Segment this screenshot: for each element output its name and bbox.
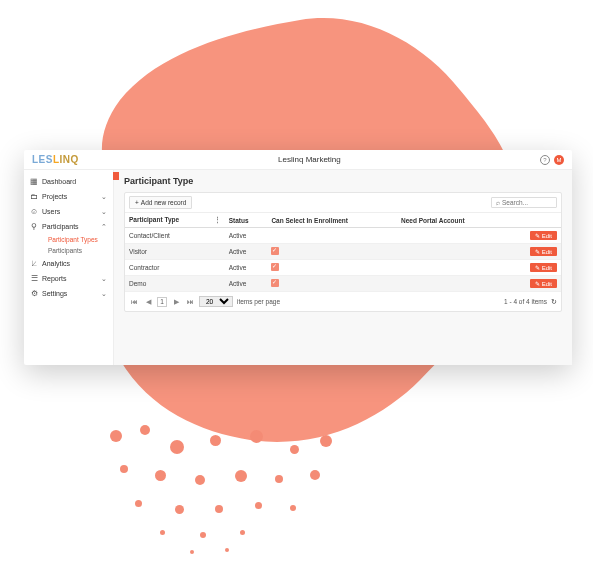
column-menu-icon[interactable]: ⋮ — [214, 216, 221, 224]
sidebar-submenu-participants: Participant Types Participants — [24, 234, 113, 256]
table-toolbar: + Add new record ⌕ — [125, 193, 561, 213]
cell-enroll — [267, 244, 397, 260]
help-icon[interactable]: ? — [540, 155, 550, 165]
notification-badge — [113, 172, 119, 180]
data-card: + Add new record ⌕ Participant Type ⋮ — [124, 192, 562, 312]
cell-enroll — [267, 276, 397, 292]
sidebar-item-label: Projects — [42, 193, 101, 200]
sidebar-item-label: Participants — [42, 223, 101, 230]
sidebar-item-participants[interactable]: ⚲ Participants ⌃ — [24, 219, 113, 234]
cell-status: Active — [225, 276, 268, 292]
pager-summary: 1 - 4 of 4 items — [504, 298, 547, 305]
dashboard-icon: ▦ — [30, 177, 38, 186]
pager-prev-button[interactable]: ◀ — [143, 297, 153, 307]
edit-button[interactable]: ✎Edit — [530, 263, 557, 272]
col-status[interactable]: Status — [225, 213, 268, 228]
topbar-actions: ? M — [540, 155, 564, 165]
pager-next-button[interactable]: ▶ — [171, 297, 181, 307]
page-title: Participant Type — [124, 176, 562, 186]
sidebar-item-settings[interactable]: ⚙ Settings ⌄ — [24, 286, 113, 301]
cell-status: Active — [225, 244, 268, 260]
chevron-down-icon: ⌄ — [101, 275, 107, 283]
table-row: ContractorActive✎Edit — [125, 260, 561, 276]
report-icon: ☰ — [30, 274, 38, 283]
table-row: VisitorActive✎Edit — [125, 244, 561, 260]
decorative-dots — [100, 420, 380, 560]
sidebar-item-reports[interactable]: ☰ Reports ⌄ — [24, 271, 113, 286]
checked-icon — [271, 247, 279, 255]
sidebar-subitem-participants[interactable]: Participants — [42, 245, 113, 256]
pager-label: items per page — [237, 298, 280, 305]
sidebar-item-dashboard[interactable]: ▦ Dashboard — [24, 174, 113, 189]
checked-icon — [271, 263, 279, 271]
cell-portal — [397, 276, 507, 292]
chevron-down-icon: ⌄ — [101, 193, 107, 201]
cell-name: Contractor — [125, 260, 225, 276]
checked-icon — [271, 279, 279, 287]
cell-status: Active — [225, 228, 268, 244]
plus-icon: + — [135, 199, 139, 206]
pager-last-button[interactable]: ⏭ — [185, 297, 195, 307]
sidebar-item-projects[interactable]: 🗀 Projects ⌄ — [24, 189, 113, 204]
cell-name: Contact/Client — [125, 228, 225, 244]
sidebar-item-label: Analytics — [42, 260, 107, 267]
table-row: Contact/ClientActive✎Edit — [125, 228, 561, 244]
sidebar-item-label: Reports — [42, 275, 101, 282]
chevron-down-icon: ⌄ — [101, 290, 107, 298]
edit-button[interactable]: ✎Edit — [530, 231, 557, 240]
search-input[interactable] — [502, 199, 552, 206]
folder-icon: 🗀 — [30, 192, 38, 201]
gear-icon: ⚙ — [30, 289, 38, 298]
pager: ⏮ ◀ 1 ▶ ⏭ 20 items per page 1 - 4 of 4 i… — [125, 292, 561, 311]
cell-actions: ✎Edit — [507, 244, 561, 260]
cell-enroll — [267, 228, 397, 244]
cell-portal — [397, 228, 507, 244]
refresh-icon[interactable]: ↻ — [551, 298, 557, 306]
chevron-down-icon: ⌄ — [101, 208, 107, 216]
col-enrollment[interactable]: Can Select In Enrollment — [267, 213, 397, 228]
pencil-icon: ✎ — [535, 264, 540, 271]
cell-portal — [397, 244, 507, 260]
edit-button[interactable]: ✎Edit — [530, 279, 557, 288]
pager-current-page[interactable]: 1 — [157, 297, 167, 307]
pencil-icon: ✎ — [535, 248, 540, 255]
sidebar-item-users[interactable]: ☺ Users ⌄ — [24, 204, 113, 219]
cell-actions: ✎Edit — [507, 228, 561, 244]
table-row: DemoActive✎Edit — [125, 276, 561, 292]
search-icon: ⌕ — [496, 199, 500, 206]
sidebar: ▦ Dashboard 🗀 Projects ⌄ ☺ Users ⌄ ⚲ Par… — [24, 170, 114, 365]
sidebar-item-label: Settings — [42, 290, 101, 297]
pager-first-button[interactable]: ⏮ — [129, 297, 139, 307]
col-participant-type[interactable]: Participant Type ⋮ — [125, 213, 225, 228]
main-content: Participant Type + Add new record ⌕ — [114, 170, 572, 365]
chart-icon: ⟀ — [30, 259, 38, 268]
pencil-icon: ✎ — [535, 232, 540, 239]
page-header-title: Leslinq Marketing — [79, 155, 540, 164]
cell-enroll — [267, 260, 397, 276]
cell-status: Active — [225, 260, 268, 276]
participants-icon: ⚲ — [30, 222, 38, 231]
add-record-button[interactable]: + Add new record — [129, 196, 192, 209]
avatar[interactable]: M — [554, 155, 564, 165]
edit-button[interactable]: ✎Edit — [530, 247, 557, 256]
cell-actions: ✎Edit — [507, 260, 561, 276]
cell-name: Demo — [125, 276, 225, 292]
sidebar-item-analytics[interactable]: ⟀ Analytics — [24, 256, 113, 271]
user-icon: ☺ — [30, 207, 38, 216]
sidebar-item-label: Users — [42, 208, 101, 215]
search-wrap: ⌕ — [491, 197, 557, 208]
col-portal[interactable]: Need Portal Account — [397, 213, 507, 228]
chevron-up-icon: ⌃ — [101, 223, 107, 231]
page-size-select[interactable]: 20 — [199, 296, 233, 307]
pencil-icon: ✎ — [535, 280, 540, 287]
sidebar-subitem-participant-types[interactable]: Participant Types — [42, 234, 113, 245]
logo: LESLINQ — [32, 154, 79, 165]
topbar: LESLINQ Leslinq Marketing ? M — [24, 150, 572, 170]
sidebar-item-label: Dashboard — [42, 178, 107, 185]
cell-name: Visitor — [125, 244, 225, 260]
participant-type-table: Participant Type ⋮ Status Can Select In … — [125, 213, 561, 292]
col-actions — [507, 213, 561, 228]
app-window: LESLINQ Leslinq Marketing ? M ▦ Dashboar… — [24, 150, 572, 365]
cell-actions: ✎Edit — [507, 276, 561, 292]
cell-portal — [397, 260, 507, 276]
